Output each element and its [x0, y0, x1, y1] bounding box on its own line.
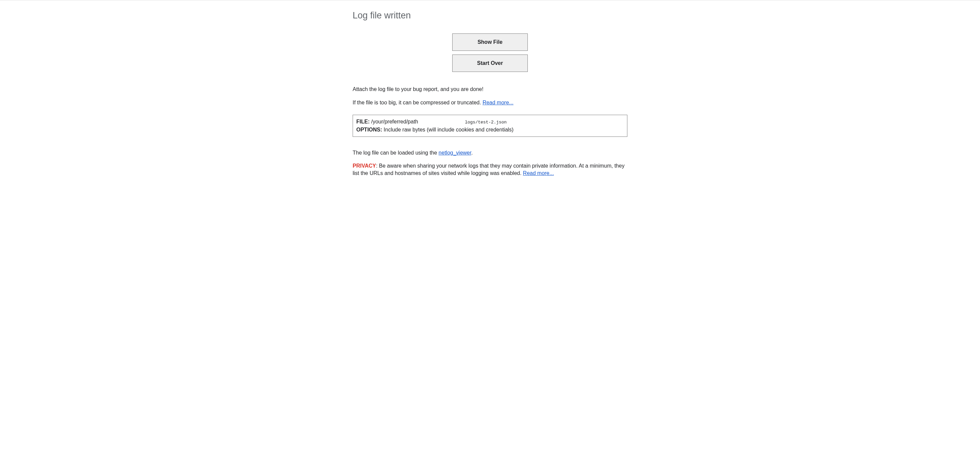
compress-instruction-text: If the file is too big, it can be compre… — [353, 100, 483, 105]
viewer-instruction: The log file can be loaded using the net… — [353, 149, 627, 157]
read-more-link-privacy[interactable]: Read more... — [523, 170, 554, 176]
privacy-notice: PRIVACY: Be aware when sharing your netw… — [353, 162, 627, 177]
netlog-viewer-link[interactable]: netlog_viewer — [439, 150, 471, 155]
viewer-prefix: The log file can be loaded using the — [353, 150, 439, 155]
compress-instruction: If the file is too big, it can be compre… — [353, 99, 627, 107]
file-path-prefix: /your/preferred/path — [370, 119, 418, 125]
viewer-suffix: . — [471, 150, 473, 155]
attach-instruction: Attach the log file to your bug report, … — [353, 85, 627, 93]
page-title: Log file written — [353, 10, 627, 21]
read-more-link-compress[interactable]: Read more... — [483, 100, 514, 105]
options-value: Include raw bytes (will include cookies … — [382, 127, 514, 133]
options-row: OPTIONS: Include raw bytes (will include… — [356, 126, 624, 134]
button-stack: Show File Start Over — [353, 34, 627, 72]
privacy-label: PRIVACY — [353, 163, 376, 169]
privacy-text: : Be aware when sharing your network log… — [353, 163, 624, 176]
options-label: OPTIONS: — [356, 127, 382, 133]
main-container: Log file written Show File Start Over At… — [353, 0, 627, 177]
file-info-box: FILE: /your/preferred/pathlogs/test-2.js… — [353, 115, 627, 137]
show-file-button[interactable]: Show File — [452, 34, 528, 51]
start-over-button[interactable]: Start Over — [452, 54, 528, 72]
file-path-suffix: logs/test-2.json — [465, 120, 507, 125]
file-row: FILE: /your/preferred/pathlogs/test-2.js… — [356, 118, 624, 126]
file-label: FILE: — [356, 119, 370, 125]
